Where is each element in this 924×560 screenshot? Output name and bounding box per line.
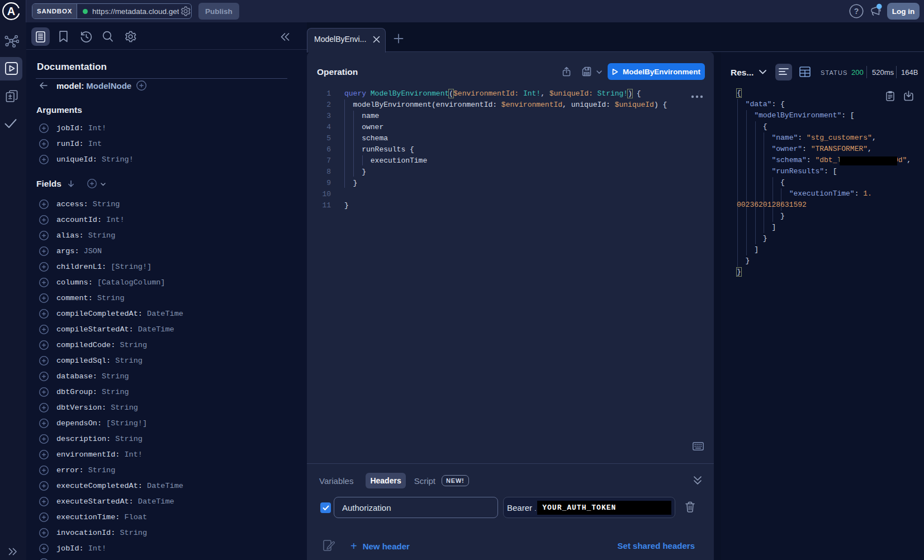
svg-text:A: A	[7, 5, 15, 17]
svg-text:?: ?	[854, 7, 859, 16]
